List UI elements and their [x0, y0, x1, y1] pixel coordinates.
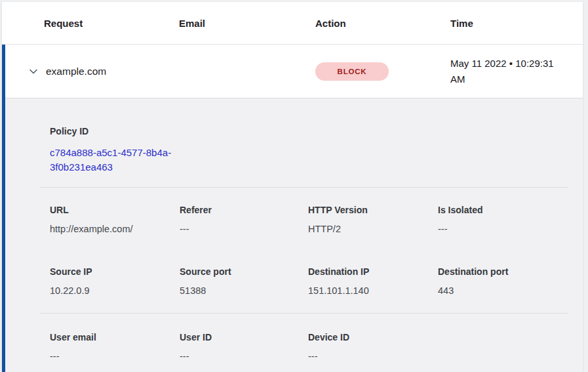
expanded-row-group: example.com BLOCK May 11 2022 • 10:29:31… — [2, 45, 583, 372]
field-value: http://example.com/ — [50, 224, 180, 234]
action-cell: BLOCK — [315, 62, 450, 81]
field-label: Is Isolated — [438, 205, 583, 215]
chevron-down-icon[interactable] — [28, 66, 39, 77]
column-header-request: Request — [44, 18, 179, 29]
field-destination-ip: Destination IP 151.101.1.140 — [308, 267, 438, 295]
field-label: Destination port — [438, 267, 583, 276]
http-fields-row: URL http://example.com/ Referer --- HTTP… — [5, 205, 583, 234]
time-cell: May 11 2022 • 10:29:31 AM — [450, 56, 583, 87]
field-value: --- — [180, 352, 308, 361]
field-label: URL — [50, 205, 180, 215]
field-source-ip: Source IP 10.22.0.9 — [50, 267, 180, 295]
column-header-action: Action — [315, 18, 450, 29]
field-label: Source IP — [50, 267, 180, 276]
policy-section: Policy ID c784a888-a5c1-4577-8b4a-3f0b23… — [5, 127, 583, 174]
field-label: User email — [50, 333, 180, 342]
field-referer: Referer --- — [180, 205, 308, 234]
row-details-panel: Policy ID c784a888-a5c1-4577-8b4a-3f0b23… — [5, 98, 583, 372]
field-value: --- — [50, 352, 180, 361]
column-header-time: Time — [450, 18, 583, 29]
field-is-isolated: Is Isolated --- — [438, 205, 583, 234]
policy-id-label: Policy ID — [50, 127, 583, 136]
field-value: HTTP/2 — [308, 224, 438, 234]
request-domain: example.com — [46, 66, 106, 77]
field-destination-port: Destination port 443 — [438, 267, 583, 295]
field-value: 51388 — [180, 286, 308, 295]
divider — [41, 187, 568, 188]
table-header: Request Email Action Time — [2, 2, 583, 45]
field-label: Referer — [180, 205, 308, 215]
field-device-id: Device ID --- — [308, 333, 438, 361]
field-value: 443 — [438, 286, 583, 295]
network-fields-row: Source IP 10.22.0.9 Source port 51388 De… — [5, 267, 583, 295]
policy-id-link[interactable]: c784a888-a5c1-4577-8b4a-3f0b231ea463 — [50, 146, 184, 174]
request-cell: example.com — [28, 66, 179, 77]
field-url: URL http://example.com/ — [50, 205, 180, 234]
field-label: HTTP Version — [308, 205, 438, 215]
field-label: Destination IP — [308, 267, 438, 276]
requests-table-card: Request Email Action Time example.com BL… — [2, 2, 583, 372]
field-label: Source port — [180, 267, 308, 276]
field-value: 151.101.1.140 — [308, 286, 438, 295]
field-value: --- — [308, 352, 438, 361]
field-http-version: HTTP Version HTTP/2 — [308, 205, 438, 234]
field-value: --- — [180, 224, 308, 234]
table-row[interactable]: example.com BLOCK May 11 2022 • 10:29:31… — [5, 45, 583, 98]
block-action-badge: BLOCK — [315, 62, 389, 81]
field-source-port: Source port 51388 — [180, 267, 308, 295]
divider — [41, 313, 568, 314]
field-label: User ID — [180, 333, 308, 342]
field-value: 10.22.0.9 — [50, 286, 180, 295]
field-user-email: User email --- — [50, 333, 180, 361]
field-label: Device ID — [308, 333, 438, 342]
user-fields-row: User email --- User ID --- Device ID --- — [5, 333, 583, 361]
field-value: --- — [438, 224, 583, 234]
column-header-email: Email — [179, 18, 315, 29]
field-user-id: User ID --- — [180, 333, 308, 361]
